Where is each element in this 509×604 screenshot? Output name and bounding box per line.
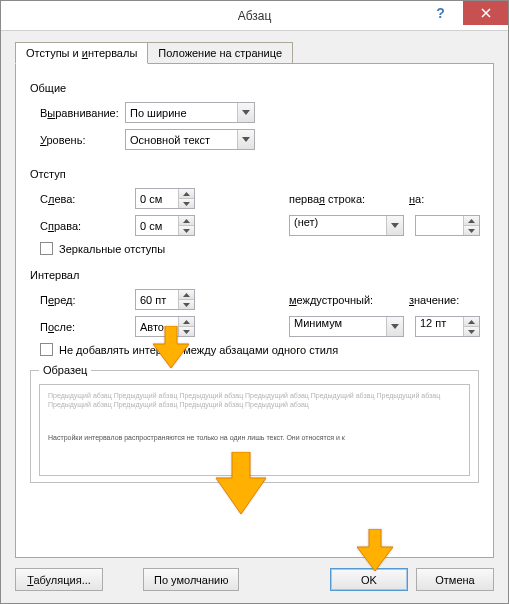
- linespacing-combo[interactable]: Минимум: [289, 316, 404, 337]
- chevron-down-icon: [237, 130, 254, 149]
- firstline-by-spin[interactable]: [415, 215, 480, 236]
- titlebar: Абзац ?: [1, 1, 508, 31]
- preview-gray-text: Предыдущий абзац Предыдущий абзац Предыд…: [48, 391, 461, 409]
- paragraph-dialog: Абзац ? Отступы и интервалы Положение на…: [0, 0, 509, 604]
- tab-panel: Общие Выравнивание: По ширине Уровень: О…: [15, 63, 494, 558]
- after-label: После:: [30, 321, 125, 333]
- indent-right-spin[interactable]: 0 см: [135, 215, 195, 236]
- spin-up-icon[interactable]: [464, 216, 479, 226]
- spin-up-icon[interactable]: [464, 317, 479, 327]
- tab-position-on-page[interactable]: Положение на странице: [147, 42, 293, 64]
- before-spin[interactable]: 60 пт: [135, 289, 195, 310]
- at-label: значение:: [409, 294, 479, 306]
- chevron-down-icon: [386, 216, 403, 235]
- chevron-down-icon: [386, 317, 403, 336]
- linespacing-label: междустрочный:: [289, 294, 409, 306]
- chevron-down-icon: [237, 103, 254, 122]
- after-spin[interactable]: Авто: [135, 316, 195, 337]
- preview-dark-text: Настройки интервалов распространяются не…: [48, 433, 461, 442]
- firstline-combo[interactable]: (нет): [289, 215, 404, 236]
- section-general: Общие: [30, 82, 479, 94]
- set-default-button[interactable]: По умолчанию: [143, 568, 239, 591]
- spin-down-icon[interactable]: [179, 199, 194, 208]
- firstline-label: первая строка:: [289, 193, 409, 205]
- spin-down-icon[interactable]: [179, 226, 194, 235]
- preview-legend: Образец: [39, 364, 91, 376]
- spin-up-icon[interactable]: [179, 216, 194, 226]
- tab-indents-spacing[interactable]: Отступы и интервалы: [15, 42, 148, 64]
- at-spin[interactable]: 12 пт: [415, 316, 480, 337]
- outline-label: Уровень:: [30, 134, 125, 146]
- spin-down-icon[interactable]: [179, 327, 194, 336]
- indent-left-spin[interactable]: 0 см: [135, 188, 195, 209]
- section-indent: Отступ: [30, 168, 479, 180]
- help-button[interactable]: ?: [418, 1, 463, 25]
- preview-group: Образец Предыдущий абзац Предыдущий абза…: [30, 364, 479, 483]
- close-button[interactable]: [463, 1, 508, 25]
- section-spacing: Интервал: [30, 269, 479, 281]
- no-space-same-style-checkbox[interactable]: [40, 343, 53, 356]
- ok-button[interactable]: OK: [330, 568, 408, 591]
- spin-down-icon[interactable]: [464, 327, 479, 336]
- mirror-indents-checkbox[interactable]: [40, 242, 53, 255]
- tabs-button[interactable]: Табуляция...: [15, 568, 103, 591]
- no-space-same-style-label: Не добавлять интервал между абзацами одн…: [59, 344, 338, 356]
- alignment-label: Выравнивание:: [30, 107, 125, 119]
- spin-down-icon[interactable]: [179, 300, 194, 309]
- outline-combo[interactable]: Основной текст: [125, 129, 255, 150]
- before-label: Перед:: [30, 294, 125, 306]
- indent-right-label: Справа:: [30, 220, 125, 232]
- spin-up-icon[interactable]: [179, 317, 194, 327]
- preview-box: Предыдущий абзац Предыдущий абзац Предыд…: [39, 384, 470, 476]
- mirror-indents-label: Зеркальные отступы: [59, 243, 165, 255]
- spin-down-icon[interactable]: [464, 226, 479, 235]
- by-label: на:: [409, 193, 479, 205]
- cancel-button[interactable]: Отмена: [416, 568, 494, 591]
- alignment-combo[interactable]: По ширине: [125, 102, 255, 123]
- spin-up-icon[interactable]: [179, 189, 194, 199]
- indent-left-label: Слева:: [30, 193, 125, 205]
- spin-up-icon[interactable]: [179, 290, 194, 300]
